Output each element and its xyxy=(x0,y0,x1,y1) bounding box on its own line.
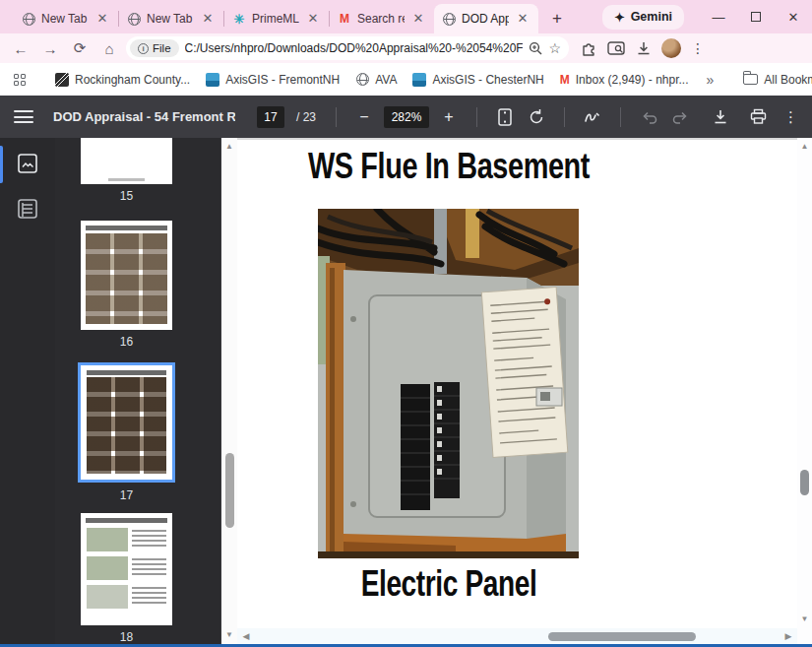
new-tab-button[interactable]: + xyxy=(544,9,570,29)
extensions-icon[interactable] xyxy=(581,40,597,57)
page-thumbnail-16[interactable] xyxy=(81,221,172,330)
bookmarks-bar: Rockingham County... AxisGIS - FremontNH… xyxy=(0,63,812,96)
bookmark-rockingham[interactable]: Rockingham County... xyxy=(47,69,198,91)
maximize-button[interactable] xyxy=(737,2,775,32)
tab-new-tab-2[interactable]: New Tab ✕ xyxy=(119,4,223,33)
print-icon[interactable] xyxy=(746,105,770,129)
divider xyxy=(336,107,337,127)
thumb-footer-line xyxy=(108,178,145,181)
tab-dod-appraisal-active[interactable]: DOD Apprai ✕ xyxy=(434,4,538,33)
bookmark-label: AVA xyxy=(375,73,397,87)
horizontal-scrollbar[interactable]: ◀ ▶ xyxy=(237,628,797,644)
downloads-icon[interactable] xyxy=(636,40,652,56)
browser-menu-icon[interactable]: ⋮ xyxy=(691,40,705,56)
gemini-sparkle-icon: ✦ xyxy=(614,10,624,25)
bookmark-ava[interactable]: AVA xyxy=(347,69,405,91)
bookmark-label: Rockingham County... xyxy=(75,73,190,87)
apps-grid-icon[interactable] xyxy=(14,74,26,86)
search-tabs-icon[interactable] xyxy=(607,41,626,56)
annotate-pen-icon[interactable] xyxy=(581,105,604,129)
page-thumbnail-17-selected[interactable] xyxy=(78,362,175,483)
tab-new-tab-1[interactable]: New Tab ✕ xyxy=(14,4,118,33)
gmail-favicon-icon: M xyxy=(338,12,351,26)
thumb-comp-row xyxy=(87,585,166,609)
scroll-down-icon[interactable]: ▼ xyxy=(221,628,237,642)
rotate-icon[interactable] xyxy=(525,105,548,129)
fit-to-page-icon[interactable] xyxy=(493,105,517,129)
tab-label: PrimeMLS D xyxy=(252,12,299,26)
thumb-photo-grid xyxy=(86,233,167,324)
tab-close-icon[interactable]: ✕ xyxy=(94,11,110,27)
thumb-comp-row xyxy=(87,528,166,551)
thumbnails-view-button[interactable] xyxy=(12,148,43,179)
primemls-favicon-icon: ✳ xyxy=(232,12,246,26)
vertical-scrollbar[interactable]: ▲ ▼ xyxy=(797,138,812,644)
globe-icon xyxy=(355,73,369,87)
zoom-in-button[interactable]: + xyxy=(437,105,461,129)
tab-close-icon[interactable]: ✕ xyxy=(305,11,321,27)
back-button[interactable]: ← xyxy=(8,35,33,61)
minimize-button[interactable]: — xyxy=(700,2,737,32)
scroll-up-icon[interactable]: ▲ xyxy=(797,140,812,154)
pdf-page-viewport[interactable]: WS Flue In Basement xyxy=(237,138,797,644)
bookmark-label: Inbox (2,949) - nhpr... xyxy=(576,73,689,87)
scrollbar-thumb[interactable] xyxy=(225,453,234,528)
bookmark-axisgis-fremont[interactable]: AxisGIS - FremontNH xyxy=(198,69,347,91)
pdf-more-menu-icon[interactable]: ⋮ xyxy=(783,108,798,126)
all-bookmarks-button[interactable]: All Bookmarks xyxy=(735,69,812,91)
pdf-toolbar: DOD Appraisal - 54 Fremont Rd, C... / 23… xyxy=(0,96,812,138)
page-thumbnail-18[interactable] xyxy=(81,513,172,625)
bookmark-label: AxisGIS - FremontNH xyxy=(225,73,340,87)
bookmarks-overflow-chevron[interactable]: » xyxy=(697,72,724,88)
forward-button[interactable]: → xyxy=(37,35,63,61)
tab-close-icon[interactable]: ✕ xyxy=(410,11,426,27)
page-thumbnail-15[interactable] xyxy=(81,138,172,184)
globe-icon xyxy=(442,12,456,26)
pdf-viewer-content: 15 16 17 18 ▲ ▼ xyxy=(0,138,812,644)
bookmark-axisgis-chester[interactable]: AxisGIS - ChesterNH xyxy=(405,69,551,91)
file-scheme-chip[interactable]: i File xyxy=(130,39,179,57)
home-button[interactable]: ⌂ xyxy=(96,35,122,61)
outline-view-button[interactable] xyxy=(12,193,43,225)
scrollbar-thumb[interactable] xyxy=(800,470,809,495)
tab-primemls[interactable]: ✳ PrimeMLS D ✕ xyxy=(224,4,329,33)
bookmark-star-icon[interactable]: ☆ xyxy=(548,40,561,56)
address-toolbar: ← → ⟳ ⌂ i File C:/Users/nhpro/Downloads/… xyxy=(0,33,812,63)
tab-search-results[interactable]: M Search resul ✕ xyxy=(330,4,434,33)
undo-icon xyxy=(637,105,660,129)
thumbnail-scrollbar[interactable]: ▲ ▼ xyxy=(220,138,237,644)
scroll-up-icon[interactable]: ▲ xyxy=(221,140,237,154)
profile-avatar[interactable] xyxy=(661,38,681,58)
zoom-level-display[interactable]: 282% xyxy=(384,106,429,128)
thumb-comp-row xyxy=(87,556,166,580)
tab-close-icon[interactable]: ✕ xyxy=(200,11,216,27)
all-bookmarks-label: All Bookmarks xyxy=(764,73,812,87)
thumbnail-page-number: 17 xyxy=(81,488,172,502)
zoom-out-button[interactable]: − xyxy=(352,105,376,129)
zoom-in-page-icon[interactable] xyxy=(529,41,542,55)
url-text[interactable]: C:/Users/nhpro/Downloads/DOD%20Appraisal… xyxy=(185,41,524,55)
pdf-menu-icon[interactable] xyxy=(14,110,33,123)
scroll-right-icon[interactable]: ▶ xyxy=(781,631,795,641)
pdf-document-title: DOD Appraisal - 54 Fremont Rd, C... xyxy=(53,109,235,124)
redo-icon xyxy=(668,105,692,129)
divider xyxy=(620,107,621,127)
tab-close-icon[interactable]: ✕ xyxy=(515,11,531,27)
folder-icon xyxy=(743,74,758,85)
bookmark-label: AxisGIS - ChesterNH xyxy=(432,73,543,87)
scroll-left-icon[interactable]: ◀ xyxy=(239,631,253,641)
thumbnail-panel: 15 16 17 18 xyxy=(55,138,220,644)
tab-label: DOD Apprai xyxy=(462,12,509,26)
close-button[interactable]: ✕ xyxy=(775,2,812,32)
scrollbar-thumb[interactable] xyxy=(548,632,696,641)
gemini-button[interactable]: ✦ Gemini xyxy=(602,5,684,30)
download-icon[interactable] xyxy=(709,105,732,129)
address-omnibox[interactable]: i File C:/Users/nhpro/Downloads/DOD%20Ap… xyxy=(126,36,569,60)
electric-panel-photo xyxy=(318,209,579,558)
reload-button[interactable]: ⟳ xyxy=(67,35,93,61)
thumb-header-bar xyxy=(87,370,166,375)
scroll-down-icon[interactable]: ▼ xyxy=(797,613,812,626)
bookmark-inbox[interactable]: M Inbox (2,949) - nhpr... xyxy=(552,69,697,91)
page-number-input[interactable] xyxy=(257,106,284,128)
maximize-icon xyxy=(751,12,761,22)
